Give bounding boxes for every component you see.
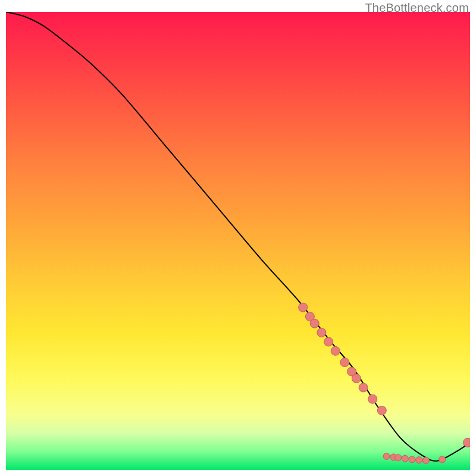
data-marker xyxy=(422,457,429,464)
data-marker xyxy=(402,455,408,462)
data-marker xyxy=(416,457,422,464)
data-marker xyxy=(352,374,361,383)
data-marker xyxy=(383,453,390,459)
data-marker xyxy=(310,319,319,328)
plot-area xyxy=(6,12,470,470)
data-marker xyxy=(299,303,308,312)
data-marker xyxy=(331,346,340,355)
data-marker xyxy=(409,456,415,463)
data-marker xyxy=(340,358,349,367)
chart-svg xyxy=(6,12,470,470)
data-marker xyxy=(317,328,326,337)
data-marker xyxy=(464,438,470,447)
data-marker xyxy=(377,406,386,415)
data-marker xyxy=(359,383,368,392)
data-marker xyxy=(324,337,333,346)
bottleneck-curve xyxy=(6,12,470,461)
data-marker xyxy=(439,456,446,463)
chart-container: TheBottleneck.com xyxy=(0,0,476,476)
data-marker xyxy=(368,394,377,403)
data-marker xyxy=(395,455,402,461)
